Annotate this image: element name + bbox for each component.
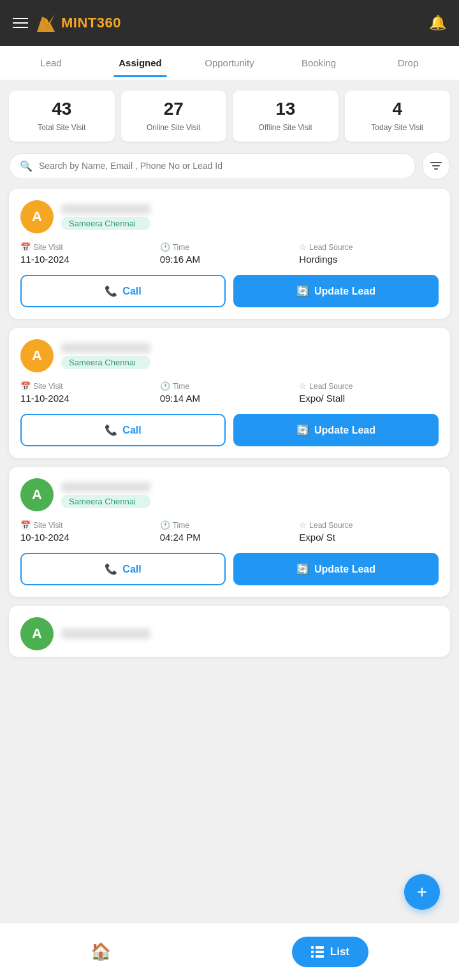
tab-assigned[interactable]: Assigned: [96, 48, 185, 77]
clock-icon: 🕐: [160, 520, 170, 530]
stat-offline-site-visit: 13 Offline Site Visit: [233, 91, 339, 142]
logo-text: MINT360: [61, 15, 121, 31]
time-value: 09:14 AM: [160, 393, 300, 404]
lead-header: A Sameera Chennai: [20, 478, 439, 511]
lead-tag: Sameera Chennai: [61, 495, 150, 508]
lead-name-blurred: [61, 482, 150, 492]
logo: MINT360: [37, 14, 121, 32]
leads-list: A Sameera Chennai 📅 Site Visit 11-10-202…: [0, 189, 459, 733]
tab-bar: Lead Assigned Opportunity Booking Drop: [0, 46, 459, 80]
avatar: A: [20, 339, 54, 372]
detail-lead-source: ☆ Lead Source Expo/ St: [299, 520, 439, 543]
star-icon: ☆: [299, 520, 307, 530]
lead-source-label: ☆ Lead Source: [299, 520, 439, 530]
lead-source-label: ☆ Lead Source: [299, 381, 439, 391]
lead-card: A Sameera Chennai 📅 Site Visit 10-10-202…: [9, 467, 450, 597]
lead-info: Sameera Chennai: [61, 343, 150, 369]
lead-name-blurred: [61, 204, 150, 214]
tab-lead[interactable]: Lead: [6, 48, 96, 77]
site-visit-label: 📅 Site Visit: [20, 381, 160, 391]
search-input[interactable]: [39, 161, 405, 171]
stat-offline-label: Offline Site Visit: [238, 123, 333, 133]
calendar-icon: 📅: [20, 381, 31, 391]
calendar-icon: 📅: [20, 242, 31, 252]
lead-details: 📅 Site Visit 11-10-2024 🕐 Time 09:14 AM …: [20, 381, 439, 404]
home-button[interactable]: 🏠: [91, 942, 111, 962]
refresh-icon: 🔄: [296, 285, 309, 297]
hamburger-menu[interactable]: [13, 18, 28, 28]
lead-name-blurred: [61, 629, 150, 639]
search-input-wrap[interactable]: 🔍: [9, 153, 416, 179]
refresh-icon: 🔄: [296, 563, 309, 575]
time-value: 04:24 PM: [160, 532, 300, 543]
list-icon: [311, 946, 324, 958]
bottom-nav: 🏠 List: [0, 923, 459, 980]
star-icon: ☆: [299, 242, 307, 252]
filter-icon: [430, 160, 442, 172]
time-value: 09:16 AM: [160, 254, 300, 265]
lead-actions: 📞 Call 🔄 Update Lead: [20, 275, 439, 307]
list-label: List: [330, 946, 349, 958]
tab-drop[interactable]: Drop: [363, 48, 453, 77]
calendar-icon: 📅: [20, 520, 31, 530]
fab-add-button[interactable]: +: [404, 874, 440, 910]
tab-opportunity[interactable]: Opportunity: [185, 48, 274, 77]
avatar: A: [20, 617, 54, 650]
avatar: A: [20, 200, 54, 233]
list-button[interactable]: List: [292, 937, 368, 967]
tab-booking[interactable]: Booking: [274, 48, 363, 77]
stat-today-number: 4: [350, 99, 446, 119]
lead-source-value: Hordings: [299, 254, 439, 265]
lead-card: A Sameera Chennai 📅 Site Visit 11-10-202…: [9, 189, 450, 319]
call-button[interactable]: 📞 Call: [20, 414, 226, 446]
search-bar: 🔍: [0, 152, 459, 189]
app-header: MINT360 🔔: [0, 0, 459, 46]
time-label: 🕐 Time: [160, 520, 300, 530]
logo-360: 360: [97, 15, 121, 31]
call-button[interactable]: 📞 Call: [20, 553, 226, 585]
search-icon: 🔍: [20, 160, 33, 172]
lead-header: A Sameera Chennai: [20, 200, 439, 233]
detail-lead-source: ☆ Lead Source Hordings: [299, 242, 439, 265]
call-button[interactable]: 📞 Call: [20, 275, 226, 307]
clock-icon: 🕐: [160, 242, 170, 252]
lead-header: A Sameera Chennai: [20, 339, 439, 372]
svg-rect-10: [316, 955, 324, 958]
lead-details: 📅 Site Visit 11-10-2024 🕐 Time 09:16 AM …: [20, 242, 439, 265]
phone-icon: 📞: [105, 563, 117, 575]
stats-grid: 43 Total Site Visit 27 Online Site Visit…: [0, 80, 459, 152]
lead-info: [61, 629, 150, 639]
svg-rect-6: [316, 946, 324, 949]
stat-today-site-visit: 4 Today Site Visit: [345, 91, 451, 142]
lead-actions: 📞 Call 🔄 Update Lead: [20, 553, 439, 585]
header-left: MINT360: [13, 14, 121, 32]
plus-icon: +: [417, 882, 427, 902]
lead-details: 📅 Site Visit 10-10-2024 🕐 Time 04:24 PM …: [20, 520, 439, 543]
svg-rect-8: [316, 951, 324, 953]
detail-site-visit: 📅 Site Visit 11-10-2024: [20, 381, 160, 404]
update-lead-button[interactable]: 🔄 Update Lead: [233, 275, 439, 307]
stat-online-label: Online Site Visit: [126, 123, 222, 133]
svg-rect-7: [311, 951, 314, 953]
stat-offline-number: 13: [238, 99, 333, 119]
avatar: A: [20, 478, 54, 511]
svg-rect-9: [311, 955, 314, 958]
phone-icon: 📞: [105, 285, 117, 297]
lead-name-blurred: [61, 343, 150, 353]
detail-time: 🕐 Time 09:14 AM: [160, 381, 300, 404]
filter-button[interactable]: [422, 152, 450, 180]
refresh-icon: 🔄: [296, 424, 309, 436]
time-label: 🕐 Time: [160, 381, 300, 391]
site-visit-label: 📅 Site Visit: [20, 520, 160, 530]
logo-mint: MINT: [61, 15, 97, 31]
star-icon: ☆: [299, 381, 307, 391]
update-lead-button[interactable]: 🔄 Update Lead: [233, 553, 439, 585]
stat-online-site-visit: 27 Online Site Visit: [121, 91, 227, 142]
phone-icon: 📞: [105, 424, 117, 436]
site-visit-date: 11-10-2024: [20, 393, 160, 404]
lead-card: A Sameera Chennai 📅 Site Visit 11-10-202…: [9, 328, 450, 458]
notification-bell-icon[interactable]: 🔔: [429, 15, 446, 31]
lead-actions: 📞 Call 🔄 Update Lead: [20, 414, 439, 446]
update-lead-button[interactable]: 🔄 Update Lead: [233, 414, 439, 446]
site-visit-label: 📅 Site Visit: [20, 242, 160, 252]
